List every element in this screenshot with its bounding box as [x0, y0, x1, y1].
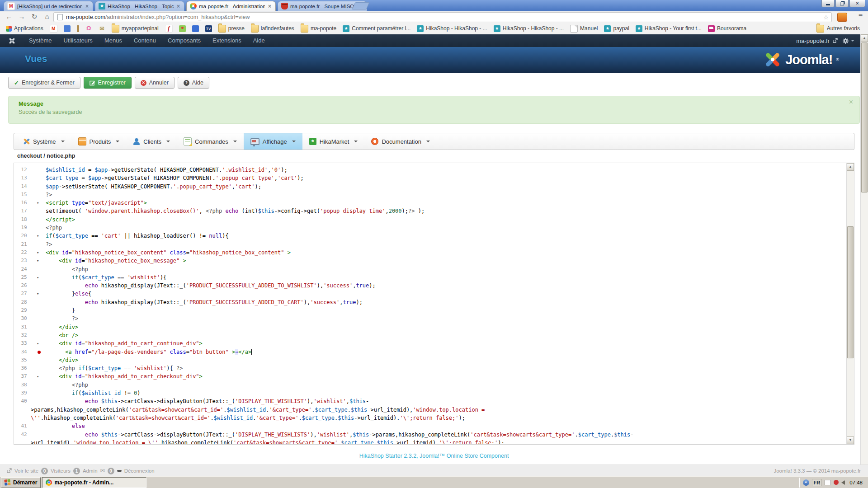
page-scrollbar[interactable]: ▲ ▼	[860, 34, 868, 476]
page-scrollbar-thumb[interactable]	[861, 42, 868, 192]
tray-status-icon[interactable]	[834, 480, 839, 485]
hidden-icons-chevron[interactable]: «	[803, 479, 809, 486]
code-line[interactable]: 14$app->setUserState( HIKASHOP_COMPONENT…	[14, 183, 847, 191]
bookmark-item[interactable]: M	[47, 23, 61, 33]
code-line[interactable]: 42 echo $this->cartClass->displayButton(…	[14, 431, 847, 445]
close-button[interactable]: ×	[849, 0, 865, 7]
fold-arrow-icon[interactable]: ▾	[37, 372, 39, 380]
code-line[interactable]: 34 <a href="/la-page-des-vendeurs" class…	[14, 348, 847, 356]
view-site-link[interactable]: Voir le site	[14, 468, 38, 474]
code-line[interactable]: 21?>	[14, 240, 847, 249]
site-link[interactable]: ma-popote.fr	[796, 38, 838, 44]
bookmark-item[interactable]: *HikaShop - HikaShop - ...	[414, 23, 490, 33]
browser-tab[interactable]: ma-popote.fr - Administration×	[186, 1, 276, 11]
fold-arrow-icon[interactable]: ▾	[37, 199, 39, 207]
bookmark-item[interactable]: ma-popote	[297, 23, 340, 33]
bookmark-item[interactable]: myappartepinal	[108, 23, 162, 33]
bookmark-item[interactable]	[74, 23, 82, 33]
bookmark-item[interactable]: Applications	[3, 23, 47, 33]
code-line[interactable]: 18</script>	[14, 216, 847, 224]
bookmark-item[interactable]	[61, 23, 74, 33]
scroll-up-icon[interactable]: ▲	[847, 163, 854, 171]
volume-icon[interactable]	[841, 480, 845, 485]
code-line[interactable]: 37▾ <div id="hikashop_add_to_cart_checko…	[14, 372, 847, 380]
bookmark-item[interactable]: TV	[202, 23, 215, 33]
address-bar[interactable]: ma-popote.com/administrator/index.php?op…	[53, 12, 832, 22]
editor-scrollbar-thumb[interactable]	[847, 226, 854, 358]
code-line[interactable]: 26 echo hikashop_display(JText::_('PRODU…	[14, 282, 847, 290]
code-line[interactable]: 12$wishlist_id = $app->getUserState( HIK…	[14, 166, 847, 174]
tab-close-icon[interactable]: ×	[85, 3, 90, 9]
back-button[interactable]: ←	[4, 11, 14, 22]
minimize-button[interactable]	[821, 0, 835, 7]
admin-menu-composants[interactable]: Composants	[162, 37, 207, 44]
bookmark-item[interactable]: f	[162, 23, 176, 33]
code-editor[interactable]: 12$wishlist_id = $app->getUserState( HIK…	[14, 163, 854, 445]
bookmark-item[interactable]: lafindesfautes	[248, 23, 297, 33]
extension-button[interactable]	[837, 13, 847, 22]
browser-tab[interactable]: M[HikaShop] url de redirection×	[4, 1, 93, 11]
other-bookmarks[interactable]: Autres favoris	[816, 25, 860, 33]
bookmark-item[interactable]: *Comment paramétrer l...	[340, 23, 414, 33]
hikashop-menu-clients[interactable]: Clients	[126, 133, 177, 150]
code-line[interactable]: 22▾<div id="hikashop_notice_box_content"…	[14, 249, 847, 257]
code-line[interactable]: 20▾if($cart_type == 'cart' || hikashop_l…	[14, 232, 847, 240]
code-line[interactable]: 38 <?php	[14, 381, 847, 389]
fold-arrow-icon[interactable]: ▾	[37, 249, 39, 257]
code-line[interactable]: 30 ?>	[14, 314, 847, 323]
hikashop-menu-produits[interactable]: Produits	[71, 133, 127, 150]
bookmark-item[interactable]: *HikaShop - HikaShop - ...	[491, 23, 567, 33]
scroll-down-icon[interactable]: ▼	[847, 436, 854, 444]
code-line[interactable]: 41 else	[14, 422, 847, 430]
tab-close-icon[interactable]: ×	[176, 3, 181, 9]
code-line[interactable]: 23▾ <div id="hikashop_notice_box_message…	[14, 257, 847, 265]
home-button[interactable]: ⌂	[42, 11, 52, 22]
taskbar-task-button[interactable]: ma-popote.fr - Admin...	[42, 477, 146, 488]
code-line[interactable]: 16▾<script type="text/javascript">	[14, 199, 847, 207]
aide-button[interactable]: ?Aide	[178, 77, 209, 89]
code-line[interactable]: 17setTimeout( 'window.parent.hikashop.cl…	[14, 207, 847, 215]
message-close-icon[interactable]: ×	[849, 98, 853, 106]
bookmark-star-icon[interactable]: ☆	[823, 14, 829, 21]
code-line[interactable]: 24 <?php	[14, 265, 847, 273]
tray-app-icon[interactable]	[825, 480, 831, 485]
admin-menu-système[interactable]: Système	[23, 37, 58, 44]
code-line[interactable]: 36 <?php if($cart_type == 'wishlist'){ ?…	[14, 364, 847, 372]
hikashop-menu-système[interactable]: Système	[16, 133, 71, 150]
code-line[interactable]: 15?>	[14, 191, 847, 199]
logout-link[interactable]: Déconnexion	[124, 468, 155, 474]
code-line[interactable]: 29 }	[14, 306, 847, 314]
code-line[interactable]: 35 </div>	[14, 356, 847, 364]
bookmark-item[interactable]	[176, 23, 189, 33]
code-line[interactable]: 40 echo $this->cartClass->displayButton(…	[14, 397, 847, 422]
admin-menu-extensions[interactable]: Extensions	[207, 37, 247, 44]
admin-menu-menus[interactable]: Menus	[99, 37, 128, 44]
hikashop-menu-affichage[interactable]: Affichage	[244, 133, 302, 150]
fold-arrow-icon[interactable]: ▾	[37, 232, 39, 240]
bookmark-item[interactable]: *HikaShop - Your first t...	[632, 23, 705, 33]
bookmark-item[interactable]: Ω	[82, 23, 95, 33]
start-button[interactable]: Démarrer	[1, 477, 41, 488]
code-line[interactable]: 27▾ }else{	[14, 290, 847, 298]
bookmark-item[interactable]: *paypal	[601, 23, 632, 33]
bookmark-item[interactable]: Manuel	[567, 23, 601, 33]
code-line[interactable]: 25▾ if($cart_type == 'wishlist'){	[14, 273, 847, 282]
editor-scrollbar[interactable]: ▲ ▼	[846, 163, 854, 444]
settings-menu[interactable]	[842, 38, 854, 44]
code-line[interactable]: 33▾ <div id="hikashop_add_to_cart_contin…	[14, 339, 847, 347]
bookmark-item[interactable]: Boursorama	[705, 23, 750, 33]
fold-arrow-icon[interactable]: ▾	[37, 273, 39, 282]
code-line[interactable]: 32 <br />	[14, 331, 847, 339]
code-line[interactable]: 39 if($wishlist_id != 0)	[14, 389, 847, 397]
visitors-label[interactable]: Visiteurs	[51, 468, 71, 474]
code-line[interactable]: 13$cart_type = $app->getUserState( HIKAS…	[14, 174, 847, 182]
language-indicator[interactable]: FR	[812, 479, 822, 486]
restore-button[interactable]	[835, 0, 849, 7]
admin-label[interactable]: Admin	[83, 468, 98, 474]
bookmark-item[interactable]: ✉	[95, 23, 108, 33]
enregistrer-fermer-button[interactable]: ✓Enregistrer & Fermer	[8, 77, 80, 89]
hikashop-menu-documentation[interactable]: Documentation	[364, 133, 436, 150]
admin-menu-aide[interactable]: Aide	[247, 37, 271, 44]
admin-menu-utilisateurs[interactable]: Utilisateurs	[58, 37, 99, 44]
enregistrer-button[interactable]: Enregistrer	[84, 77, 132, 89]
